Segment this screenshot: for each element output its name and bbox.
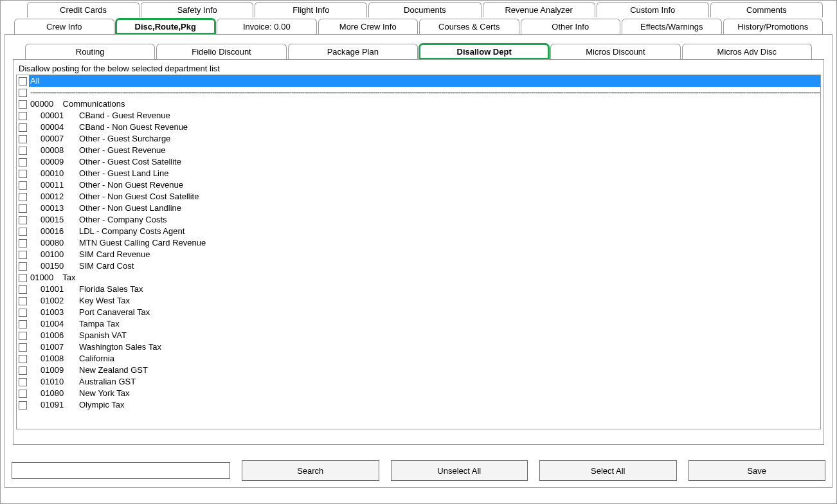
checkbox[interactable] [19, 123, 27, 132]
list-category[interactable]: 00000 Communications [17, 98, 820, 110]
list-item[interactable]: 01009New Zealand GST [17, 364, 820, 376]
checkbox[interactable] [19, 204, 27, 213]
item-name: Key West Tax [79, 295, 130, 307]
item-code: 01080 [40, 388, 79, 399]
checkbox[interactable] [19, 251, 27, 259]
checkbox[interactable] [19, 309, 27, 317]
item-name: New York Tax [79, 388, 130, 399]
checkbox[interactable] [19, 285, 27, 294]
tab-history-promotions[interactable]: History/Promotions [723, 19, 824, 34]
tab-courses-certs[interactable]: Courses & Certs [419, 19, 519, 34]
checkbox[interactable] [19, 262, 27, 271]
list-item[interactable]: 00009Other - Guest Cost Satellite [17, 156, 820, 168]
checkbox[interactable] [19, 401, 27, 410]
tab-custom-info[interactable]: Custom Info [597, 2, 709, 17]
checkbox[interactable] [19, 239, 27, 248]
list-item[interactable]: 01001Florida Sales Tax [17, 284, 820, 295]
tab-comments[interactable]: Comments [710, 2, 823, 17]
subtab-micros-discount[interactable]: Micros Discount [550, 44, 680, 59]
list-item[interactable]: 01007Washington Sales Tax [17, 341, 820, 353]
tab-more-crew-info[interactable]: More Crew Info [318, 19, 419, 34]
checkbox[interactable] [19, 332, 27, 340]
disallow-dept-panel: Disallow posting for the below selected … [13, 59, 824, 445]
search-input[interactable] [12, 462, 230, 479]
checkbox[interactable] [19, 216, 27, 224]
item-name: Other - Non Guest Landline [79, 203, 181, 214]
item-code: 00009 [40, 156, 79, 168]
list-item[interactable]: 01004Tampa Tax [17, 318, 820, 330]
department-list[interactable]: All ------------------------------------… [16, 75, 821, 429]
search-button[interactable]: Search [242, 460, 379, 481]
list-item[interactable]: 00007Other - Guest Surcharge [17, 133, 820, 145]
list-item[interactable]: 00016LDL - Company Costs Agent [17, 226, 820, 237]
list-item[interactable]: 00011Other - Non Guest Revenue [17, 179, 820, 191]
list-item[interactable]: 00013Other - Non Guest Landline [17, 203, 820, 214]
select-all-button[interactable]: Select All [539, 460, 677, 481]
checkbox[interactable] [19, 274, 27, 282]
list-item[interactable]: 01006Spanish VAT [17, 330, 820, 341]
list-item[interactable]: 00150SIM Card Cost [17, 260, 820, 272]
list-item[interactable]: 01002Key West Tax [17, 295, 820, 307]
list-item[interactable]: 00012Other - Non Guest Cost Satellite [17, 191, 820, 203]
list-item[interactable]: 00100SIM Card Revenue [17, 249, 820, 260]
item-name: Tampa Tax [79, 318, 120, 330]
list-item[interactable]: 01080New York Tax [17, 388, 820, 399]
list-item[interactable]: 00010Other - Guest Land Line [17, 168, 820, 179]
save-button[interactable]: Save [688, 460, 826, 481]
checkbox[interactable] [19, 181, 27, 190]
checkbox[interactable] [19, 390, 27, 398]
item-name: Washington Sales Tax [79, 341, 161, 353]
checkbox[interactable] [19, 112, 27, 120]
checkbox[interactable] [19, 366, 27, 375]
checkbox-separator[interactable] [19, 89, 27, 97]
list-item[interactable]: 01091Olympic Tax [17, 399, 820, 411]
tab-disc-route-pkg[interactable]: Disc,Route,Pkg [116, 19, 216, 34]
list-item[interactable]: 00001CBand - Guest Revenue [17, 110, 820, 122]
checkbox[interactable] [19, 355, 27, 363]
list-item[interactable]: 00080MTN Guest Calling Card Revenue [17, 237, 820, 249]
list-category[interactable]: 01000 Tax [17, 272, 820, 284]
checkbox[interactable] [19, 135, 27, 143]
tab-invoice-0-00[interactable]: Invoice: 0.00 [217, 19, 317, 34]
tab-documents[interactable]: Documents [368, 2, 481, 17]
category-label: 00000 Communications [29, 98, 125, 110]
checkbox-all[interactable] [19, 77, 27, 86]
button-bar: Search Unselect All Select All Save [12, 460, 825, 481]
list-item[interactable]: 01008California [17, 353, 820, 364]
list-item[interactable]: 01003Port Canaveral Tax [17, 307, 820, 318]
checkbox[interactable] [19, 320, 27, 328]
subtab-fidelio-discount[interactable]: Fidelio Discount [156, 44, 286, 59]
tab-effects-warnings[interactable]: Effects/Warnings [622, 19, 722, 34]
item-name: Other - Guest Land Line [79, 168, 168, 179]
all-label[interactable]: All [29, 75, 820, 87]
checkbox[interactable] [19, 297, 27, 305]
list-item[interactable]: 01010Australian GST [17, 376, 820, 388]
checkbox[interactable] [19, 147, 27, 155]
subtab-micros-adv-disc[interactable]: Micros Adv Disc [682, 44, 812, 59]
subtab-disallow-dept[interactable]: Disallow Dept [419, 44, 549, 59]
tab-crew-info[interactable]: Crew Info [14, 19, 114, 34]
checkbox[interactable] [19, 343, 27, 352]
checkbox[interactable] [19, 170, 27, 178]
item-code: 01003 [40, 307, 79, 318]
checkbox[interactable] [19, 100, 27, 109]
tab-flight-info[interactable]: Flight Info [255, 2, 367, 17]
item-name: MTN Guest Calling Card Revenue [79, 237, 206, 249]
tab-safety-info[interactable]: Safety Info [141, 2, 253, 17]
checkbox[interactable] [19, 228, 27, 236]
tab-revenue-analyzer[interactable]: Revenue Analyzer [483, 2, 595, 17]
list-row-all[interactable]: All [17, 75, 820, 87]
list-item[interactable]: 00015Other - Company Costs [17, 214, 820, 226]
subtab-routing[interactable]: Routing [25, 44, 155, 59]
list-item[interactable]: 00004CBand - Non Guest Revenue [17, 122, 820, 133]
item-code: 01091 [40, 399, 79, 411]
checkbox[interactable] [19, 193, 27, 201]
unselect-all-button[interactable]: Unselect All [391, 460, 528, 481]
tab-other-info[interactable]: Other Info [521, 19, 621, 34]
item-name: Other - Guest Cost Satellite [79, 156, 181, 168]
subtab-package-plan[interactable]: Package Plan [288, 44, 418, 59]
tab-credit-cards[interactable]: Credit Cards [27, 2, 140, 17]
list-item[interactable]: 00008Other - Guest Revenue [17, 145, 820, 156]
checkbox[interactable] [19, 158, 27, 166]
checkbox[interactable] [19, 378, 27, 386]
